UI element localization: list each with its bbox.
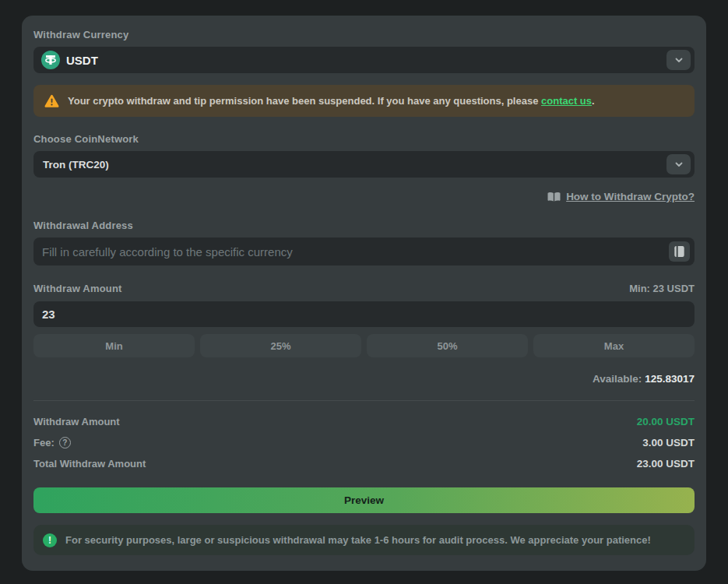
network-dropdown-button[interactable] (666, 154, 691, 174)
withdrawal-address-input[interactable] (42, 245, 669, 259)
suspension-warning-text: Your crypto withdraw and tip permission … (68, 95, 595, 107)
suspension-warning-banner: Your crypto withdraw and tip permission … (33, 85, 695, 117)
withdraw-summary: Withdraw Amount 20.00 USDT Fee: ? 3.00 U… (33, 411, 695, 474)
summary-fee-value: 3.00 USDT (642, 437, 695, 449)
security-info-text: For security purposes, large or suspicio… (65, 534, 651, 546)
how-to-withdraw-link[interactable]: How to Withdraw Crypto? (566, 191, 695, 202)
currency-select[interactable]: USDT (33, 47, 695, 73)
security-info-banner: ! For security purposes, large or suspic… (33, 525, 695, 555)
chevron-down-icon (674, 160, 684, 169)
tether-icon (41, 51, 60, 69)
book-icon (547, 192, 561, 202)
paste-address-button[interactable] (669, 241, 690, 262)
currency-dropdown-button[interactable] (666, 50, 691, 70)
percent-25-button[interactable]: 25% (200, 334, 361, 357)
withdrawal-address-label: Withdrawal Address (33, 220, 695, 231)
currency-selected-value: USDT (66, 54, 98, 67)
summary-row-total: Total Withdraw Amount 23.00 USDT (33, 453, 695, 474)
percent-50-button[interactable]: 50% (367, 334, 528, 357)
max-button[interactable]: Max (533, 334, 695, 357)
summary-divider (33, 400, 695, 401)
withdraw-amount-field (33, 301, 695, 327)
chevron-down-icon (674, 55, 684, 65)
contact-us-link[interactable]: contact us (541, 95, 592, 107)
summary-fee-label-text: Fee: (33, 437, 55, 449)
help-row: How to Withdraw Crypto? (33, 191, 695, 202)
withdraw-currency-label: Withdraw Currency (33, 29, 695, 40)
min-button[interactable]: Min (33, 334, 195, 357)
summary-total-value: 23.00 USDT (637, 458, 695, 470)
withdraw-amount-head: Withdraw Amount Min: 23 USDT (33, 283, 695, 294)
summary-fee-label: Fee: ? (33, 437, 71, 449)
warning-icon (44, 94, 59, 108)
suspension-warning-text-suffix: . (592, 95, 595, 107)
summary-withdraw-value: 20.00 USDT (637, 416, 695, 427)
summary-row-fee: Fee: ? 3.00 USDT (33, 432, 695, 453)
coin-network-label: Choose CoinNetwork (33, 133, 695, 145)
summary-row-withdraw-amount: Withdraw Amount 20.00 USDT (33, 411, 695, 432)
min-amount-note: Min: 23 USDT (629, 283, 695, 294)
preview-button[interactable]: Preview (33, 487, 695, 513)
suspension-warning-text-main: Your crypto withdraw and tip permission … (68, 95, 538, 107)
available-value: 125.83017 (645, 373, 695, 385)
withdraw-panel: Withdraw Currency USDT (22, 16, 706, 571)
withdraw-amount-input[interactable] (42, 308, 690, 321)
available-label: Available: (593, 373, 642, 385)
info-icon: ! (43, 533, 57, 547)
paste-icon (673, 245, 685, 258)
network-select[interactable]: Tron (TRC20) (33, 151, 695, 178)
network-selected-value: Tron (TRC20) (43, 159, 109, 171)
available-balance-row: Available:125.83017 (33, 373, 695, 385)
withdrawal-address-field (33, 237, 695, 266)
quick-amount-buttons: Min 25% 50% Max (33, 334, 695, 357)
summary-total-label: Total Withdraw Amount (33, 458, 146, 470)
withdraw-amount-label: Withdraw Amount (33, 283, 122, 294)
fee-help-icon[interactable]: ? (59, 437, 71, 449)
summary-withdraw-label: Withdraw Amount (33, 416, 120, 427)
